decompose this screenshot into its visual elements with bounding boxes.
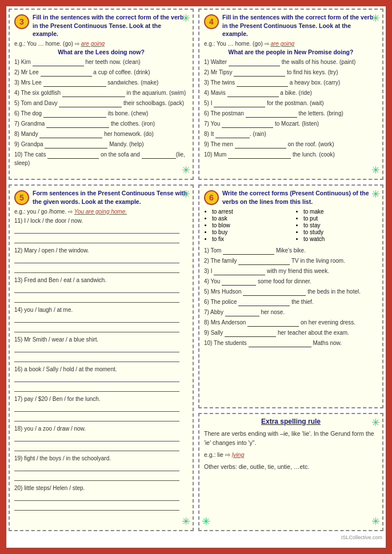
section-3-title: Fill in the sentences with the correct f… bbox=[33, 13, 188, 38]
blank-3-5 bbox=[59, 102, 122, 107]
example-answer-4: are going bbox=[270, 41, 294, 47]
extra-text-3: Other verbs: die, outlie, tie, untie, …e… bbox=[204, 462, 378, 472]
verb-5: to fix bbox=[212, 236, 286, 242]
snowflake-3-tr: ✳ bbox=[182, 12, 190, 25]
answer-line-20b bbox=[14, 504, 179, 511]
item-3-9: 9) Grandpa Mandy. (help) bbox=[14, 140, 188, 148]
blank-4-5 bbox=[214, 102, 265, 107]
answer-line-14a bbox=[14, 316, 179, 323]
verb-2: to ask bbox=[212, 215, 286, 222]
snowflake-5-tr: ✳ bbox=[182, 188, 190, 200]
item-5-11: 11) I / lock / the door / now. bbox=[14, 216, 188, 225]
verb-8: to stay bbox=[303, 222, 378, 228]
item-4-9: 9) The men on the roof. (work) bbox=[204, 140, 378, 148]
blank-6-2 bbox=[238, 259, 290, 265]
item-3-2: 2) Mr Lee a cup of coffee. (drink) bbox=[14, 68, 188, 77]
blank-3-9 bbox=[45, 143, 107, 148]
blank-4-4 bbox=[227, 91, 279, 97]
item-4-10: 10) Mum the lunch. (cook) bbox=[204, 150, 378, 159]
item-6-1: 1) Tom Mike's bike. bbox=[204, 246, 378, 255]
item-6-2: 2) The family TV in the living room. bbox=[204, 256, 378, 265]
snowflake-extra-tr: ✳ bbox=[371, 416, 380, 429]
section-3-example: e.g.: You … home. (go) ⇨ are going bbox=[14, 41, 188, 47]
snowflake-6-tr: ✳ bbox=[371, 188, 380, 200]
section-4-number: 4 bbox=[204, 14, 219, 29]
item-6-7: 7) Abby her nose. bbox=[204, 308, 378, 316]
blank-3-10a bbox=[47, 153, 99, 159]
section-3-subtitle: What are the Lees doing now? bbox=[14, 49, 188, 55]
answer-line-12a bbox=[14, 256, 179, 263]
item-5-16: 16) a book / Sally / hold / at the momen… bbox=[14, 365, 188, 374]
blank-3-1 bbox=[33, 61, 84, 66]
blank-6-7 bbox=[225, 311, 259, 316]
section-3: ✳ ✳ 3 Fill in the sentences with the cor… bbox=[9, 9, 194, 180]
item-6-6: 6) The police the thief. bbox=[204, 298, 378, 306]
blank-3-2 bbox=[41, 71, 92, 77]
blank-3-10b bbox=[142, 153, 176, 159]
verb-col-right: to make to put to stay to study to watch bbox=[295, 208, 378, 243]
section-6: ✳ 6 Write the correct forms (Present Con… bbox=[198, 184, 383, 408]
item-3-4: 4) The six goldfish in the aquarium. (sw… bbox=[14, 89, 188, 97]
item-4-7: 7) You to Mozart. (listen) bbox=[204, 119, 378, 128]
section-4-header: 4 Fill in the sentences with the correct… bbox=[204, 13, 378, 38]
section-5-example: e.g.: you / go /home. ⇨ You are going ho… bbox=[14, 208, 188, 215]
section-5-title: Form sentences in the Present Continuous… bbox=[33, 189, 188, 206]
item-3-6: 6) The dog its bone. (chew) bbox=[14, 109, 188, 118]
snowflake-3-br: ✳ bbox=[182, 164, 190, 176]
blank-3-4 bbox=[62, 91, 125, 97]
snowflake-extra-bl: ✳ bbox=[202, 515, 210, 528]
extra-title: Extra spelling rule bbox=[204, 417, 378, 425]
item-4-1: 1) Walter the walls of his house. (paint… bbox=[204, 58, 378, 66]
item-3-8: 8) Mandy her homework. (do) bbox=[14, 130, 188, 138]
verb-10: to watch bbox=[303, 236, 378, 242]
answer-line-18a bbox=[14, 435, 179, 441]
extra-text-1: There are verbs ending with –ie, like 'l… bbox=[204, 429, 378, 448]
snowflake-4-tr: ✳ bbox=[371, 12, 380, 25]
blank-3-8 bbox=[39, 133, 102, 138]
snowflake-extra-br: ✳ bbox=[371, 515, 380, 528]
section-6-title: Write the correct forms (Present Continu… bbox=[222, 189, 378, 206]
answer-line-13b bbox=[14, 296, 179, 303]
blank-6-9 bbox=[225, 331, 276, 337]
answer-line-11a bbox=[14, 227, 179, 234]
item-4-4: 4) Mavis a bike. (ride) bbox=[204, 89, 378, 97]
section-3-header: 3 Fill in the sentences with the correct… bbox=[14, 13, 188, 38]
item-3-1: 1) Kim her teeth now. (clean) bbox=[14, 58, 188, 66]
snowflake-5-br: ✳ bbox=[182, 515, 190, 528]
item-5-18: 18) you / a zoo / draw / now. bbox=[14, 424, 188, 433]
item-4-5: 5) I for the postman. (wait) bbox=[204, 99, 378, 107]
isl-credit: ISLCollective.com bbox=[6, 533, 386, 548]
section-5: ✳ ✳ 5 Form sentences in the Present Cont… bbox=[9, 184, 194, 531]
blank-6-4 bbox=[222, 280, 256, 286]
answer-line-15b bbox=[14, 355, 179, 362]
blank-4-2 bbox=[234, 71, 285, 77]
answer-line-19b bbox=[14, 474, 179, 481]
answer-line-16b bbox=[14, 385, 179, 392]
main-container: ✳ ✳ 3 Fill in the sentences with the cor… bbox=[5, 5, 387, 549]
blank-4-10 bbox=[228, 153, 291, 159]
blank-6-3 bbox=[214, 270, 265, 275]
answer-line-14b bbox=[14, 326, 179, 332]
item-4-6: 6) The postman the letters. (bring) bbox=[204, 109, 378, 118]
blank-4-1 bbox=[229, 61, 280, 66]
blank-6-8 bbox=[247, 321, 299, 327]
answer-line-13a bbox=[14, 286, 179, 293]
extra-text-2: e.g.: lie ⇨ lying bbox=[204, 450, 378, 460]
item-5-20: 20) little steps/ Helen / step. bbox=[14, 484, 188, 492]
item-3-10: 10) The cats on the sofa and (lie, sleep… bbox=[14, 150, 188, 167]
item-4-2: 2) Mr Tipsy to find his keys. (try) bbox=[204, 68, 378, 77]
blank-6-10 bbox=[249, 342, 311, 347]
section-6-header: 6 Write the correct forms (Present Conti… bbox=[204, 189, 378, 206]
blank-6-1 bbox=[223, 249, 274, 255]
answer-line-17b bbox=[14, 415, 179, 421]
answer-line-20a bbox=[14, 494, 179, 501]
verb-9: to study bbox=[303, 229, 378, 235]
verb-4: to buy bbox=[212, 229, 286, 235]
blank-3-3 bbox=[43, 81, 106, 87]
section-4: ✳ ✳ 4 Fill in the sentences with the cor… bbox=[198, 9, 383, 180]
verb-7: to put bbox=[303, 215, 378, 222]
item-6-10: 10) The students Maths now. bbox=[204, 339, 378, 347]
item-6-5: 5) Mrs Hudson the beds in the hotel. bbox=[204, 287, 378, 296]
verb-col-left: to arrest to ask to blow to buy to fix bbox=[204, 208, 286, 243]
extra-section: ✳ ✳ ✳ Extra spelling rule There are verb… bbox=[198, 413, 383, 531]
